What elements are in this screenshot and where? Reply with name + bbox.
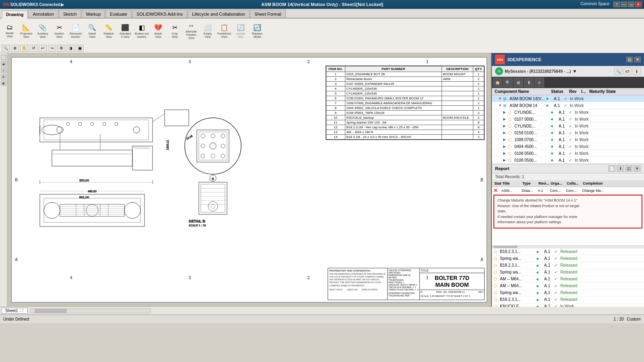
left-tb-5[interactable]: ⊕ [1,80,6,86]
relative-view-btn[interactable]: 📏 RelativeView [101,21,117,41]
bottom-scrollbar[interactable] [30,309,151,313]
panel-expand-btn[interactable]: ◱ [626,57,633,62]
sheet1-tab[interactable]: Sheet1 📄 [2,308,28,314]
detail-view-btn[interactable]: 🔍 DetailView [84,21,100,41]
released-row-6[interactable]: ⬡ Spring wa... ● A.1 ✓ Released [492,290,644,296]
left-tb-4[interactable]: ≡ [1,74,6,80]
comp-row-2[interactable]: ▶ ⬡ CYLINDE... ● A.1 ✓ In Work [492,109,644,116]
3dexperience-header: 3DX 3DEXPERIENCE ◱ ✕ [492,53,644,66]
comp-row-3[interactable]: ▶ ⬡ 0107 0000... ● A.1 ✓ In Work [492,116,644,123]
undo-btn[interactable]: ↩ [39,45,47,52]
left-tb-3[interactable]: ⋮ [1,68,6,73]
comp-status-3: ● [551,116,559,122]
section-view-btn[interactable]: ✂ SectionView [51,21,67,41]
tab-annotation[interactable]: Annotation [28,10,58,18]
tab-sheetformat[interactable]: Sheet Format [250,10,286,18]
empty-view-btn[interactable]: ⬜ EmptyView [200,21,216,41]
released-row-4[interactable]: ⬡ AM -- M64... ● A.1 ✓ Released [492,276,644,283]
comp-check-2: ✓ [569,110,575,115]
bookmark-icon[interactable]: ⊞ [514,78,523,87]
model-view-btn[interactable]: 🗂 ModelView [2,21,18,41]
close-btn[interactable]: ✕ [635,2,642,7]
released-row-2[interactable]: ⬡ B18.2.3.1... ● A.1 ✓ Released [492,262,644,269]
tab-addins[interactable]: SOLIDWORKS Add-Ins [132,10,187,18]
comp-row-9[interactable]: ▶ ⬡ 0108 0500... ● A.1 ✓ In Work [492,157,644,164]
share-icon[interactable]: ⬆ [524,78,534,87]
settings-btn[interactable]: ⚙ [57,45,65,52]
tab-lifecycle[interactable]: Lifecycle and Collaboration [188,10,250,18]
update-view-btn[interactable]: 🔄 UpdateView [233,21,249,41]
zoom-btn[interactable]: ⊕ [11,45,19,52]
info-btn[interactable]: ℹ [633,68,641,75]
tab-drawing[interactable]: Drawing [2,10,28,19]
filter-icon[interactable]: ≡ [535,78,544,87]
comp-row-5[interactable]: ▶ ⬡ 0158 0100... ● A.1 ✓ In Work [492,130,644,136]
tab-markup[interactable]: Markup [82,10,105,18]
comp-row-0[interactable]: ▼ ⊞ ASM BOOM 14(Ve... ● A.1 ✓ In Work [492,95,644,102]
svg-point-16 [115,122,118,125]
report-close-btn[interactable]: ✕ [634,165,641,172]
auxiliary-view-btn[interactable]: 📎 AuxiliaryView [35,21,51,41]
comp-rev-4: A.1 [559,124,569,128]
comp-row-4[interactable]: ▶ ⬡ CYLINDE... ● A.1 ✓ In Work [492,123,644,130]
rep-col-completion: Completion [582,181,642,186]
standard-3view-btn[interactable]: ⬛ Standard3 View [117,21,133,41]
connected-arrow: ▶ [61,2,64,7]
report-expand-btn[interactable]: ◱ [625,165,632,172]
horizontal-scrollbar[interactable] [492,245,644,249]
restore-btn[interactable]: ▭ [628,2,634,7]
tab-sketch[interactable]: Sketch [59,10,81,18]
predefined-view-btn[interactable]: 📋 PredefinedView [216,21,232,41]
rel-maturity-7: Released [560,297,586,302]
rotate-btn[interactable]: ↺ [29,45,37,52]
removed-section-btn[interactable]: 📄 RemovedSection [68,21,84,41]
help-btn[interactable]: ? [613,2,620,7]
bom-header-qty: QTY. [473,66,484,72]
comp-row-1[interactable]: ▼ ⊞ ASM BOOM 14 ● A.1 ✓ In Work [492,102,644,109]
minimize-btn[interactable]: — [621,2,627,7]
report-info-btn[interactable]: ℹ [617,165,624,172]
released-row-1[interactable]: ⬡ Spring wa... ● A.1 ✓ Released [492,255,644,262]
rel-name-3: Spring wa... [500,270,536,274]
session-dropdown-arrow[interactable]: ▼ [573,69,577,74]
comp-rev-3: A.1 [559,117,569,121]
comp-maturity-5: In Work [575,131,601,135]
comp-row-7[interactable]: ▶ ⬡ 0404 4500... ● A.1 ✓ In Work [492,143,644,150]
drawing-canvas[interactable]: 4 3 2 1 4 3 2 1 B A B A [7,53,491,306]
home-icon[interactable]: 🏠 [493,78,502,87]
display-btn[interactable]: ◑ [66,45,74,52]
report-export-btn[interactable]: 📄 [608,165,615,172]
report-row-0[interactable]: ✕ ASM... Draw... A.1 Com... Com... Chang… [492,187,644,195]
svg-point-13 [78,122,82,125]
brokenout-section-btn[interactable]: ◧ Broken-outSection [134,21,150,41]
model-view-label: ModelView [6,32,13,38]
tag-btn[interactable]: 🏷 [623,68,632,75]
crop-view-btn[interactable]: ✂ CropView [167,21,183,41]
search-icon[interactable]: 🔍 [503,78,513,87]
view3d-btn[interactable]: ▣ [76,45,84,52]
projected-view-btn[interactable]: 📐 ProjectedView [18,21,34,41]
comp-row-6[interactable]: ▶ ⬡ 1008 0700... ● A.1 ✓ In Work [492,136,644,143]
replace-model-btn[interactable]: 🔃 ReplaceModel [249,21,265,41]
redo-btn[interactable]: ↪ [48,45,56,52]
left-tb-2[interactable]: ◈ [1,61,6,67]
released-row-5[interactable]: ⬡ AM -- M64... ● A.1 ✓ Released [492,283,644,290]
alternate-position-btn[interactable]: ↔ AlternatePositionView [183,21,199,41]
left-tb-1[interactable]: ⬜ [1,55,6,60]
scrollbar-bottom[interactable] [30,309,151,313]
search-panel-btn[interactable]: 🔍 [614,68,622,75]
pan-btn[interactable]: ✋ [20,45,28,52]
search-btn[interactable]: 🔍 [2,45,10,52]
panel-close-btn[interactable]: ✕ [634,57,641,62]
component-list: ▼ ⊞ ASM BOOM 14(Ve... ● A.1 ✓ In Work ▼ … [492,95,644,164]
comp-name-6: 1008 0700... [514,138,551,142]
tab-evaluate[interactable]: Evaluate [105,10,132,18]
released-row-7[interactable]: ⬡ B18.2.3.1... ● A.1 ✓ Released [492,296,644,303]
rep-col-colla: Colla... [566,181,582,186]
released-row-8[interactable]: ⬡ KNUCKLE... ● A.1 ✓ In Work [492,303,644,307]
comp-row-8[interactable]: ▶ ⬡ 0108 0500... ● A.1 ✓ In Work [492,150,644,157]
break-view-btn[interactable]: 💔 BreakView [150,21,166,41]
released-row-3[interactable]: ⬡ Spring wa... ● A.1 ✓ Released [492,269,644,276]
released-row-0[interactable]: ⬡ B18.2.3.1... ● A.1 ✓ Released [492,249,644,255]
grid-col-2b: 2 [308,276,310,280]
